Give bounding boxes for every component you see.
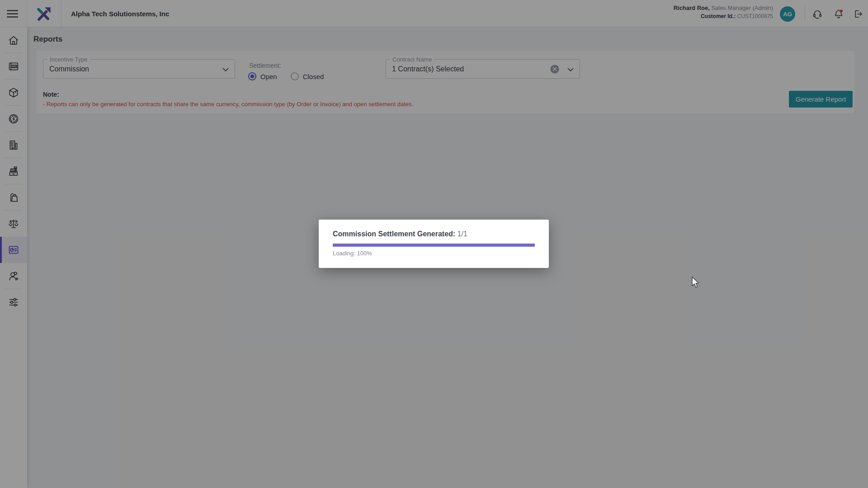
progress-bar-track [333, 244, 535, 247]
modal-title-text: Commission Settlement Generated: [333, 230, 455, 238]
loading-text: Loading: 100% [333, 250, 535, 257]
modal-progress-count: 1/1 [458, 230, 467, 238]
progress-bar-fill [333, 244, 535, 247]
modal-title: Commission Settlement Generated: 1/1 [333, 230, 535, 238]
progress-modal: Commission Settlement Generated: 1/1 Loa… [319, 220, 549, 268]
